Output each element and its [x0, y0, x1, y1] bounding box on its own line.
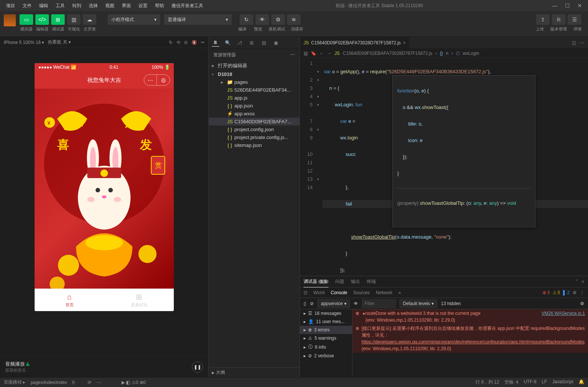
copy-icon[interactable]: ⎘ [72, 380, 75, 385]
bell-icon[interactable]: 🔔 [579, 379, 584, 385]
file-C15640D09F02EBAFA7...[interactable]: JSC15640D09F02EBAFA7... [209, 118, 299, 125]
network-tab[interactable]: Network [376, 290, 392, 295]
more-status-icon[interactable]: ⋯ [97, 380, 101, 385]
branch-tab-icon[interactable]: ⎇ [236, 39, 243, 47]
app-canvas[interactable]: 恭 财 喜 发 [35, 89, 174, 289]
maximize-button[interactable]: ☐ [565, 3, 570, 9]
cursor-position[interactable]: 行 8，列 12 [476, 379, 499, 385]
mute-icon[interactable]: 🔇 [191, 40, 197, 45]
explorer-tab-icon[interactable]: 🗎 [212, 39, 219, 47]
console-tab[interactable]: Console [331, 290, 347, 295]
simulator-button[interactable]: ▭ [20, 14, 33, 25]
panel-up-icon[interactable]: ˄ [576, 279, 578, 284]
menu-选择[interactable]: 选择 [86, 1, 101, 11]
page-path-label[interactable]: 页面路径 ▸ [4, 379, 25, 385]
close-tab-icon[interactable]: × [403, 40, 406, 45]
wxml-tab[interactable]: Wxml [313, 290, 325, 295]
doc-link[interactable]: https://developers.weixin.qq.com/minipro… [362, 339, 585, 345]
code-editor[interactable]: 123457891011121314 ▾▾▾▾▾▾ var o = getApp… [300, 58, 588, 276]
filter-input[interactable] [362, 299, 396, 308]
filter-3 errors[interactable]: ▸⊗3 errors [300, 326, 352, 334]
rotate-icon[interactable]: ↻ [169, 40, 173, 45]
levels-select[interactable]: Default levels ▾ [400, 299, 437, 308]
nav-fwd-icon[interactable]: → [327, 51, 331, 56]
file-app.json[interactable]: { }app.json [209, 102, 299, 110]
tab-home[interactable]: ⌂ 首页 [35, 289, 104, 311]
detail-button[interactable]: ☰ [568, 14, 581, 25]
context-select[interactable]: appservice ▾ [318, 299, 350, 308]
close-button[interactable]: ✕ [577, 3, 582, 9]
hidden-count[interactable]: 13 hidden [441, 301, 461, 306]
hot-reload-select[interactable]: 热重载 关 ▾ [48, 39, 71, 45]
eol-status[interactable]: LF [542, 379, 547, 385]
file-app.js[interactable]: JSapp.js [209, 94, 299, 102]
warn-badge[interactable]: ⚠ 5 [553, 290, 560, 295]
menu-帮助[interactable]: 帮助 [152, 1, 167, 11]
toggle-icon[interactable]: ▤ [304, 51, 308, 56]
filter-11 user mes...[interactable]: ▸👤11 user mes... [300, 317, 352, 326]
upload-button[interactable]: ⇧ [536, 14, 550, 25]
menu-视图[interactable]: 视图 [102, 1, 117, 11]
eye-icon[interactable]: 👁 [354, 301, 358, 306]
open-editors-section[interactable]: ▶打开的编辑器 [209, 61, 299, 70]
ext2-tab-icon[interactable]: ▤ [260, 39, 267, 47]
menu-编辑[interactable]: 编辑 [36, 1, 51, 11]
breadcrumb-obj[interactable]: n [446, 51, 448, 56]
search-tab-icon[interactable]: 🔍 [224, 39, 231, 47]
file-project.config.json[interactable]: { }project.config.json [209, 125, 299, 133]
avatar[interactable] [4, 14, 16, 26]
indent-status[interactable]: 空格: 4 [504, 379, 518, 385]
menu-转到[interactable]: 转到 [69, 1, 84, 11]
mode-select[interactable]: 小程序模式▾ [108, 14, 160, 25]
device-select[interactable]: iPhone 5 100% 16 ▾ [4, 40, 44, 45]
compile-button[interactable]: ↻ [240, 14, 253, 25]
capsule-close-icon[interactable]: ◎ [157, 75, 170, 85]
cloud-button[interactable]: ☁ [83, 14, 96, 25]
more-icon[interactable]: ⋯ [580, 40, 584, 45]
cut-icon[interactable]: ✂ [201, 40, 205, 45]
bookmark-icon[interactable]: 🔖 [311, 51, 316, 56]
output-tab[interactable]: 输出 [351, 276, 360, 287]
menu-微信开发者工具[interactable]: 微信开发者工具 [169, 1, 206, 11]
explorer-more-icon[interactable]: ⋯ [290, 52, 295, 58]
clear-console-icon[interactable]: ⊘ [310, 301, 314, 306]
capsule-menu-icon[interactable]: ⋯ [144, 75, 157, 85]
pause-button[interactable]: ❚❚ [192, 361, 203, 373]
debugger-tab[interactable]: 调试器 3, 5 [304, 276, 328, 287]
back-icon[interactable]: ⟲ [176, 40, 180, 45]
filter-2 verbose[interactable]: ▸⊘2 verbose [300, 352, 352, 360]
menu-界面[interactable]: 界面 [119, 1, 134, 11]
compile-select[interactable]: 普通编译▾ [164, 14, 232, 25]
root-folder[interactable]: ▾D1018 [209, 70, 299, 78]
ext1-tab-icon[interactable]: ⊞ [248, 39, 255, 47]
ext3-tab-icon[interactable]: ▣ [272, 39, 280, 47]
terminal-tab[interactable]: 终端 [367, 276, 376, 287]
settings-gear-icon[interactable]: ⚙ [580, 301, 584, 306]
split-icon[interactable]: ◫ [572, 40, 576, 45]
editor-button[interactable]: </> [35, 14, 49, 25]
file-project.private.config.js...[interactable]: { }project.private.config.js... [209, 133, 299, 141]
menu-项目[interactable]: 项目 [3, 1, 18, 11]
home-icon[interactable]: ⊙ [184, 40, 188, 45]
gear-icon[interactable]: ⚙ [573, 290, 577, 295]
menu-设置[interactable]: 设置 [135, 1, 150, 11]
file-pages[interactable]: ▶📁pages [209, 78, 299, 86]
debugger-button[interactable]: ⊞ [51, 14, 65, 25]
file-526D5E449F02EBAF34...[interactable]: JS526D5E449F02EBAF34... [209, 86, 299, 94]
sources-tab[interactable]: Sources [353, 290, 370, 295]
editor-tab[interactable]: JS C15640D09F02EBAFA73028D767F15872.js × [300, 37, 410, 48]
panel-close-icon[interactable]: × [582, 279, 584, 284]
menu-文件[interactable]: 文件 [20, 1, 35, 11]
outline-section[interactable]: ▶大纲 [209, 367, 299, 377]
filter-6 info[interactable]: ▸ⓘ6 info [300, 342, 352, 352]
more-tabs-icon[interactable]: » [398, 290, 401, 295]
breadcrumb-fn[interactable]: wxLogin [463, 51, 479, 56]
version-button[interactable]: ⎘ [552, 14, 565, 25]
breadcrumb-file[interactable]: C15640D09F02EBAFA73028D767F15872.js [343, 51, 432, 56]
remote-debug-button[interactable]: ⚙ [271, 14, 285, 25]
console-error-row[interactable]: ⊗ [接口更新提示] 若需要小程序在退到后台后继续播放音频，你需要在 app.j… [352, 324, 588, 353]
visual-button[interactable]: ▥ [67, 14, 81, 25]
tab-more[interactable]: ⊞ 更多好玩 [104, 289, 174, 311]
preview-button[interactable]: 👁 [255, 14, 269, 25]
filter-5 warnings[interactable]: ▸⚠5 warnings [300, 334, 352, 342]
